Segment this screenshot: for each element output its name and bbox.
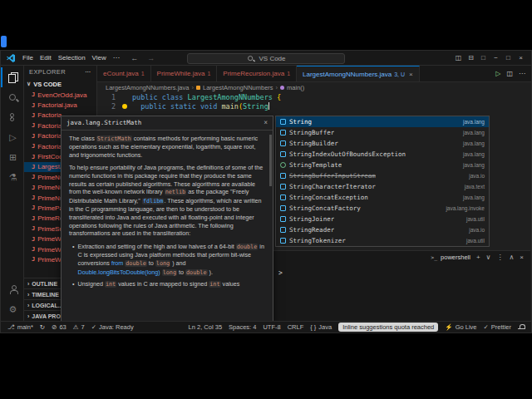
lightbulb-icon[interactable] (122, 104, 127, 109)
split-editor-icon[interactable]: ◫ (506, 70, 513, 77)
chevron-down-icon[interactable]: ∨ (486, 254, 491, 261)
status-label: 7 (81, 323, 85, 331)
suggest-detail: java.text (465, 184, 485, 190)
tab[interactable]: PrimeWhile.java1 (151, 66, 218, 81)
status-item[interactable]: UTF-8 (259, 323, 283, 331)
close-icon[interactable]: × (515, 54, 527, 62)
toggle-panel-icon[interactable]: ⊟ (465, 54, 477, 62)
minimize-icon[interactable]: − (490, 54, 502, 62)
folder-section-header[interactable]: ∨ VS CODE (24, 78, 96, 90)
suggest-item[interactable]: StringBuilderjava.lang (276, 138, 489, 149)
menu-item[interactable]: View (89, 54, 110, 62)
kebab-icon[interactable]: ⋮ (496, 254, 503, 261)
java-file-icon: J (32, 143, 35, 150)
customize-layout-icon[interactable]: □ (477, 54, 490, 62)
toggle-sidebar-icon[interactable]: ◫ (452, 54, 465, 62)
warning-icon: ⚠ (73, 323, 79, 331)
file-item[interactable]: JEvenOrOdd.java (24, 90, 96, 100)
breadcrumb-item[interactable]: LargestAmongNNumbers.java (106, 84, 189, 91)
screen: FileEditSelectionView⋯ ← → VS Code ◫⊟□−□… (0, 0, 532, 399)
file-name: PrimePa (37, 204, 63, 212)
suggest-item[interactable]: Stringjava.lang (276, 116, 489, 127)
status-item[interactable]: ⎇main* (4, 323, 37, 331)
activity-item-settings[interactable]: ⚙ (1, 299, 23, 319)
menu-item[interactable]: File (19, 54, 37, 62)
bell-icon (518, 324, 525, 331)
code-editor[interactable]: 1public class LargestAmongNNumbers {2 pu… (97, 92, 531, 111)
menu-item[interactable]: ⋯ (110, 54, 123, 62)
doc-link[interactable]: fdlibm (142, 198, 165, 204)
maximize-icon[interactable]: □ (502, 54, 515, 62)
menu-item[interactable]: Edit (37, 54, 55, 62)
tab[interactable]: PrimeRecursion.java1 (217, 66, 297, 81)
activity-item-testing[interactable]: ⚗ (1, 167, 23, 187)
nav-back-icon[interactable]: ← (130, 54, 140, 62)
status-item[interactable]: Ln 2, Col 35 (185, 323, 225, 331)
suggest-item[interactable]: StringJoinerjava.util (276, 214, 489, 224)
suggest-item[interactable]: StringTokenizerjava.util (276, 235, 489, 246)
doc-link[interactable]: Double.longBitsToDouble(long) (78, 268, 160, 276)
status-item[interactable] (515, 324, 528, 331)
inline-code: int (105, 281, 116, 288)
activity-item-explorer[interactable] (1, 67, 23, 87)
status-item[interactable]: Inline suggestions quota reached (338, 323, 438, 332)
activity-item-search[interactable] (1, 87, 23, 107)
breadcrumb[interactable]: LargestAmongNNumbers.java›LargestAmongNN… (97, 82, 531, 92)
doc-text: to (177, 268, 185, 276)
tab[interactable]: eCount.java1 (97, 66, 151, 81)
more-actions-icon[interactable]: ⋯ (85, 68, 91, 76)
suggest-item[interactable]: StringConcatExceptionjava.lang (276, 192, 489, 203)
suggest-item[interactable]: StringConcatFactoryjava.lang.invoke (276, 203, 489, 214)
command-center[interactable]: VS Code (187, 53, 345, 64)
activity-item-account[interactable] (1, 279, 23, 299)
code-line: 1public class LargestAmongNNumbers { (97, 93, 531, 102)
java-file-icon: J (32, 225, 35, 232)
title-bar: FileEditSelectionView⋯ ← → VS Code ◫⊟□−□… (1, 51, 531, 66)
code-text: public static void main(String (122, 102, 269, 111)
status-item[interactable]: ↻ (37, 323, 48, 331)
suggest-item[interactable]: StringCharacterIteratorjava.text (276, 181, 489, 192)
more-actions-icon[interactable]: ⋯ (519, 70, 525, 77)
suggest-item[interactable]: StringTemplatejava.lang (276, 160, 489, 170)
explorer-icon (8, 72, 17, 82)
status-item[interactable]: CRLF (284, 323, 308, 331)
breadcrumb-item[interactable]: LargestAmongNNumbers (203, 84, 273, 91)
close-icon[interactable]: × (520, 254, 524, 261)
chevron-up-icon[interactable]: ∧ (509, 254, 514, 261)
doc-paragraph: To help ensure portability of Java progr… (69, 164, 265, 237)
doc-bullet: •Unsigned int values in C are mapped to … (72, 280, 265, 289)
breadcrumb-item[interactable]: main() (287, 84, 304, 91)
status-bar-right: Ln 2, Col 35Spaces: 4UTF-8CRLF{ }JavaInl… (185, 323, 528, 332)
doc-link[interactable]: from (111, 259, 123, 267)
close-icon[interactable]: × (409, 71, 413, 78)
java-file-icon: J (32, 174, 35, 180)
status-item[interactable]: ✓Java: Ready (88, 323, 137, 331)
menu-item[interactable]: Selection (55, 54, 89, 62)
nav-forward-icon[interactable]: → (146, 54, 156, 62)
run-icon[interactable]: ▷ (495, 70, 500, 77)
terminal-tab[interactable]: >_ powershell (431, 254, 470, 261)
file-name: PrimeNu (37, 174, 63, 181)
file-item[interactable]: JFactorial.java (24, 100, 96, 110)
suggest-item[interactable]: StringIndexOutOfBoundsExceptionjava.lang (276, 149, 489, 160)
status-item[interactable]: ⚠7 (70, 323, 88, 331)
close-icon[interactable]: × (264, 119, 268, 127)
activity-item-run-debug[interactable]: ▷ (1, 127, 23, 147)
tab-problems-badge: 3, U (394, 71, 405, 77)
status-item[interactable]: ✓Prettier (480, 323, 515, 331)
status-item[interactable]: ⊘63 (48, 323, 70, 331)
new-terminal-icon[interactable]: + (476, 254, 480, 261)
activity-item-source-control[interactable] (1, 107, 23, 127)
suggest-item[interactable]: StringReaderjava.io (276, 224, 489, 235)
status-item[interactable]: ⚡Go Live (441, 323, 480, 331)
activity-item-extensions[interactable]: ⊞ (1, 147, 23, 167)
suggest-label: String (289, 118, 312, 126)
tab[interactable]: LargestAmongNNumbers.java3, U× (297, 66, 420, 81)
suggest-item[interactable]: StringBufferjava.lang (276, 127, 489, 138)
java-file-icon: J (32, 204, 35, 211)
suggest-item[interactable]: StringBufferInputStreamjava.io (276, 170, 489, 181)
tab-label: eCount.java (103, 70, 139, 77)
popup-scrollbar[interactable] (269, 135, 272, 186)
status-item[interactable]: Spaces: 4 (225, 323, 259, 331)
status-item[interactable]: { }Java (307, 323, 335, 331)
